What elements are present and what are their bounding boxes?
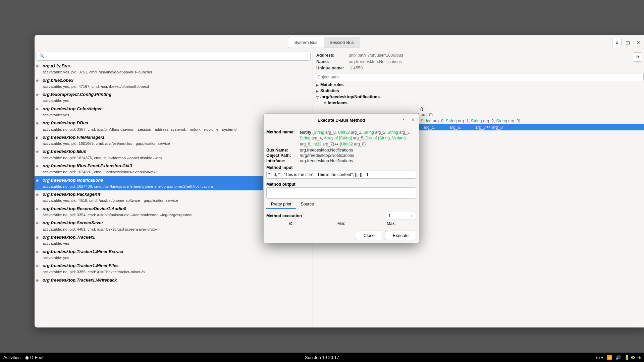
service-row[interactable]: ⊕ org.a11y.Bus activatable: yes, pid: 37…: [35, 62, 313, 76]
name-label: Name:: [316, 59, 344, 65]
service-icon: ⊕: [36, 179, 41, 182]
interface-value: org.freedesktop.Notifications: [300, 159, 416, 163]
address-value: unix:path=/run/user/1000/bus: [349, 52, 403, 59]
method-input-field[interactable]: [266, 171, 416, 179]
service-icon: ⊕: [36, 93, 41, 97]
tree-object-path[interactable]: ▽/org/freedesktop/Notifications: [313, 94, 644, 100]
spinner-decrement[interactable]: −: [400, 212, 408, 220]
max-label: Max:: [366, 221, 416, 226]
name-value: org.freedesktop.Notifications: [349, 59, 403, 65]
service-icon: ⊕: [36, 107, 41, 111]
service-icon: ⊕: [36, 79, 41, 82]
search-icon: 🔍: [39, 53, 44, 58]
tree-interfaces[interactable]: ▽Interfaces: [313, 100, 644, 106]
method-name-label: Method name:: [266, 130, 300, 147]
service-row[interactable]: ⊕ org.bluez.obex activatable: yes, pid: …: [35, 76, 313, 91]
bus-switcher: System Bus Session Bus: [288, 37, 360, 48]
interface-label: Interface:: [266, 159, 300, 163]
service-icon: ⊕: [36, 279, 41, 282]
tree-match-rules[interactable]: ▶Match rules: [313, 82, 644, 88]
search-input[interactable]: [37, 52, 311, 61]
clock[interactable]: Sun Jun 19 20:17: [305, 355, 339, 360]
dialog-title: Execute D-Bus Method: [318, 118, 365, 123]
gnome-top-bar: Activities ◉ D-Feet Sun Jun 19 20:17 ro …: [0, 353, 644, 362]
output-tabs: Pretty print Source: [266, 200, 416, 209]
service-subtitle: activatable: yes, pid: 3751, cmd: /usr/l…: [43, 69, 311, 75]
method-input-label: Method input: [266, 165, 416, 170]
execution-count-spinner[interactable]: − +: [386, 212, 416, 220]
service-name: org.a11y.Bus: [43, 63, 311, 69]
service-row[interactable]: ⊕ org.freedesktop.Tracker1.Miner.Extract…: [35, 248, 313, 262]
service-icon: ⊕: [36, 121, 41, 125]
service-icon: ⊕: [36, 64, 41, 68]
unique-name-label: Unique name:: [316, 65, 344, 71]
method-execution-label: Method execution: [266, 214, 302, 218]
keyboard-layout-indicator[interactable]: ro ▾: [596, 355, 603, 360]
tree-method-peek[interactable]: (): [313, 106, 644, 112]
battery-indicator[interactable]: 🔋 83 %: [624, 355, 641, 360]
tab-source[interactable]: Source: [296, 200, 319, 209]
close-window-button[interactable]: ✕: [634, 38, 643, 47]
dialog-titlebar: Execute D-Bus Method ▫ ✕: [264, 114, 419, 127]
service-icon: ⊕: [36, 164, 41, 168]
service-name: org.freedesktop.ColorHelper: [43, 106, 311, 112]
min-label: Min:: [316, 221, 366, 226]
execute-button[interactable]: Execute: [385, 231, 416, 240]
service-icon: ▮: [36, 136, 41, 139]
volume-icon[interactable]: 🔊: [615, 355, 621, 360]
headerbar: System Bus Session Bus ≡ ▢ ✕: [35, 35, 644, 50]
refresh-button[interactable]: ⟳: [633, 52, 642, 62]
method-output-box: [266, 187, 416, 199]
method-output-label: Method output: [266, 182, 416, 187]
session-bus-button[interactable]: Session Bus: [324, 37, 360, 48]
tab-pretty-print[interactable]: Pretty print: [266, 200, 296, 209]
activities-button[interactable]: Activities: [3, 355, 20, 360]
execute-method-dialog: Execute D-Bus Method ▫ ✕ Method name: No…: [263, 113, 419, 243]
bus-name-value: org.freedesktop.Notifications: [300, 148, 416, 153]
wifi-icon[interactable]: 📶: [607, 355, 612, 360]
service-subtitle: activatable: yes: [43, 255, 311, 261]
object-path-label: Object Path:: [266, 153, 300, 158]
service-row[interactable]: ⊕ org.freedesktop.Tracker1.Miner.Files a…: [35, 262, 313, 276]
service-icon: ⊕: [36, 236, 41, 239]
service-name: org.freedesktop.Tracker1.Writeback: [43, 277, 311, 283]
service-icon: ⊕: [36, 221, 41, 225]
hamburger-menu-button[interactable]: ≡: [612, 38, 622, 47]
service-icon: ⊕: [36, 264, 41, 268]
maximize-button[interactable]: ▢: [623, 38, 632, 47]
service-subtitle: activatable: no, pid: 3356, cmd: /usr/li…: [43, 269, 311, 275]
service-icon: ⊕: [36, 193, 41, 196]
service-name: org.freedesktop.Tracker1.Miner.Files: [43, 263, 311, 269]
object-path-input[interactable]: [315, 73, 644, 81]
dialog-maximize-button[interactable]: ▫: [399, 116, 408, 124]
avg-label: Ø:: [266, 221, 316, 226]
service-icon: ⊕: [36, 250, 41, 254]
close-button[interactable]: Close: [356, 231, 382, 240]
execution-count-input[interactable]: [386, 212, 400, 220]
service-name: org.freedesktop.Tracker1.Miner.Extract: [43, 249, 311, 255]
tree-statistics[interactable]: ▶Statistics: [313, 88, 644, 94]
system-bus-button[interactable]: System Bus: [288, 37, 323, 48]
method-signature: Notify (String arg_0, UInt32 arg_1, Stri…: [300, 130, 416, 147]
service-name: org.fedoraproject.Config.Printing: [43, 92, 311, 98]
address-label: Address:: [316, 52, 344, 59]
bus-name-label: Bus Name:: [266, 148, 300, 153]
service-row[interactable]: ⊕ org.fedoraproject.Config.Printing acti…: [35, 90, 313, 105]
app-menu[interactable]: ◉ D-Feet: [25, 355, 43, 360]
service-row[interactable]: ⊕ org.freedesktop.Tracker1.Writeback: [35, 276, 313, 284]
service-icon: ⊕: [36, 207, 41, 211]
service-icon: ⊕: [36, 150, 41, 154]
unique-name-value: :1.4558: [349, 65, 403, 71]
object-path-value: /org/freedesktop/Notifications: [300, 153, 416, 158]
service-subtitle: activatable: yes: [43, 98, 311, 104]
dialog-close-button[interactable]: ✕: [409, 116, 417, 124]
service-subtitle: activatable: yes, pid: 47167, cmd: /usr/…: [43, 83, 311, 89]
service-name: org.bluez.obex: [43, 77, 311, 83]
spinner-increment[interactable]: +: [408, 212, 416, 220]
